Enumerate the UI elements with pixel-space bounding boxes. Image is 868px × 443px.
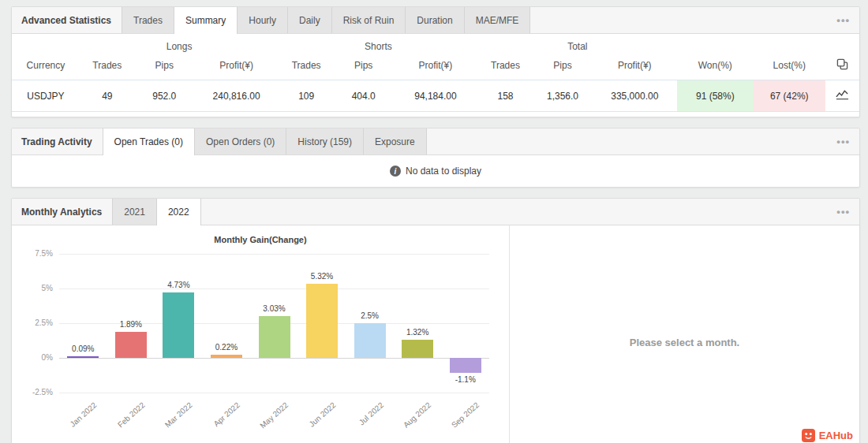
x-axis-tick-label: Jul 2022	[357, 400, 385, 426]
eahub-logo-icon	[802, 429, 815, 442]
tab-2021[interactable]: 2021	[112, 199, 157, 225]
bar-value-label: 2.5%	[346, 311, 394, 320]
col-longs-trades: Trades	[80, 54, 135, 80]
bar-jul-2022[interactable]	[354, 323, 386, 358]
lost-cell: 67 (42%)	[754, 80, 825, 112]
shorts-pips-cell: 404.0	[334, 80, 393, 112]
longs-trades-cell: 49	[80, 80, 135, 112]
col-longs-profit: Profit(¥)	[194, 54, 279, 80]
tab-exposure[interactable]: Exposure	[363, 128, 427, 154]
bar-mar-2022[interactable]	[163, 292, 194, 358]
month-detail-region: Please select a month.	[510, 225, 859, 443]
tab-summary[interactable]: Summary	[174, 7, 238, 34]
col-total-trades: Trades	[478, 54, 533, 80]
col-shorts-pips: Pips	[334, 54, 393, 80]
table-row: USDJPY 49 952.0 240,816.00 109 404.0 94,…	[12, 80, 859, 112]
chart-title: Monthly Gain(Change)	[12, 235, 509, 244]
longs-profit-cell: 240,816.00	[194, 80, 279, 112]
monthly-analytics-title: Monthly Analytics	[12, 207, 111, 218]
trading-activity-title: Trading Activity	[12, 136, 102, 147]
tab-trades[interactable]: Trades	[122, 7, 174, 33]
bar-value-label: 5.32%	[298, 272, 346, 281]
currency-cell: USDJPY	[12, 80, 80, 112]
bar-feb-2022[interactable]	[115, 332, 147, 358]
tab-open-trades-0[interactable]: Open Trades (0)	[103, 128, 195, 155]
y-axis-tick-label: 0%	[42, 353, 53, 362]
eahub-brand-label: EAHub	[819, 430, 853, 441]
trading-activity-body: i No data to display	[12, 155, 859, 187]
col-longs-pips: Pips	[135, 54, 194, 80]
bar-value-label: 3.03%	[251, 304, 298, 313]
x-axis-tick-label: Feb 2022	[115, 400, 146, 429]
chart-gridline	[59, 393, 489, 393]
tab-daily[interactable]: Daily	[287, 7, 332, 33]
chart-gridline	[59, 289, 489, 289]
bar-apr-2022[interactable]	[211, 355, 242, 358]
col-total-pips: Pips	[533, 54, 592, 80]
tab-open-orders-0[interactable]: Open Orders (0)	[194, 128, 286, 154]
chart-gridline	[59, 254, 489, 255]
x-axis-tick-label: Aug 2022	[402, 400, 432, 430]
bar-jan-2022[interactable]	[67, 356, 99, 358]
trading-activity-panel: Trading Activity Open Trades (0)Open Ord…	[11, 128, 860, 188]
tab-history-159[interactable]: History (159)	[286, 128, 364, 154]
ellipsis-menu-icon[interactable]: •••	[827, 136, 859, 147]
monthly-analytics-tabs: 20212022	[113, 199, 200, 225]
tab-risk-of-ruin[interactable]: Risk of Ruin	[331, 7, 406, 33]
y-axis-tick-label: -2.5%	[32, 388, 53, 396]
longs-pips-cell: 952.0	[135, 80, 194, 112]
tab-duration[interactable]: Duration	[405, 7, 464, 33]
info-icon: i	[390, 166, 401, 177]
total-pips-cell: 1,356.0	[533, 80, 592, 112]
x-axis-tick-label: Sep 2022	[450, 400, 481, 430]
bar-may-2022[interactable]	[259, 316, 290, 358]
bar-value-label: 0.22%	[203, 343, 250, 352]
col-currency: Currency	[12, 54, 80, 80]
group-header-total: Total	[478, 34, 677, 54]
group-header-shorts: Shorts	[279, 34, 477, 54]
x-axis-tick-label: Mar 2022	[163, 400, 194, 429]
bar-value-label: 4.73%	[155, 281, 202, 289]
monthly-analytics-body: Monthly Gain(Change) 7.5%5%2.5%0%-2.5%0.…	[12, 225, 859, 443]
y-axis-tick-label: 2.5%	[35, 318, 53, 327]
advanced-statistics-header: Advanced Statistics TradesSummaryHourlyD…	[12, 7, 859, 34]
total-trades-cell: 158	[478, 80, 533, 112]
ellipsis-menu-icon[interactable]: •••	[827, 14, 859, 26]
col-won: Won(%)	[677, 54, 754, 80]
col-shorts-trades: Trades	[279, 54, 334, 80]
empty-message: No data to display	[406, 166, 481, 177]
eahub-brand-link[interactable]: EAHub	[802, 429, 853, 442]
line-chart-icon[interactable]	[836, 89, 849, 100]
table-group-header-row: Longs Shorts Total	[12, 34, 859, 54]
ellipsis-menu-icon[interactable]: •••	[827, 206, 859, 218]
advanced-statistics-tabs: TradesSummaryHourlyDailyRisk of RuinDura…	[122, 7, 530, 33]
total-profit-cell: 335,000.00	[593, 80, 677, 112]
tab-hourly[interactable]: Hourly	[237, 7, 288, 33]
group-header-longs: Longs	[80, 34, 279, 54]
x-axis-tick-label: May 2022	[258, 400, 290, 430]
bar-value-label: -1.1%	[442, 375, 489, 384]
tab-2022[interactable]: 2022	[156, 199, 201, 225]
bar-jun-2022[interactable]	[306, 284, 338, 358]
advanced-statistics-panel: Advanced Statistics TradesSummaryHourlyD…	[11, 6, 860, 117]
stats-table: Longs Shorts Total Currency Trades Pips …	[12, 34, 859, 112]
col-total-profit: Profit(¥)	[593, 54, 677, 80]
shorts-trades-cell: 109	[279, 80, 334, 112]
x-axis-tick-label: Jan 2022	[69, 400, 99, 429]
page: Advanced Statistics TradesSummaryHourlyD…	[0, 0, 868, 443]
chart-gridline	[59, 358, 489, 359]
bar-value-label: 1.32%	[394, 328, 441, 337]
x-axis-tick-label: Jun 2022	[307, 400, 337, 429]
tab-mae-mfe[interactable]: MAE/MFE	[464, 7, 531, 33]
monthly-analytics-header: Monthly Analytics 20212022 •••	[12, 199, 859, 225]
table-column-header-row: Currency Trades Pips Profit(¥) Trades Pi…	[12, 54, 859, 80]
advanced-statistics-title: Advanced Statistics	[12, 15, 121, 26]
y-axis-tick-label: 7.5%	[35, 249, 53, 258]
copy-icon[interactable]	[836, 58, 848, 70]
bar-aug-2022[interactable]	[402, 340, 433, 358]
advanced-statistics-body: Longs Shorts Total Currency Trades Pips …	[12, 34, 859, 117]
col-lost: Lost(%)	[754, 54, 825, 80]
bar-value-label: 0.09%	[59, 344, 107, 353]
x-axis-tick-label: Apr 2022	[212, 400, 242, 428]
bar-sep-2022[interactable]	[450, 358, 481, 373]
